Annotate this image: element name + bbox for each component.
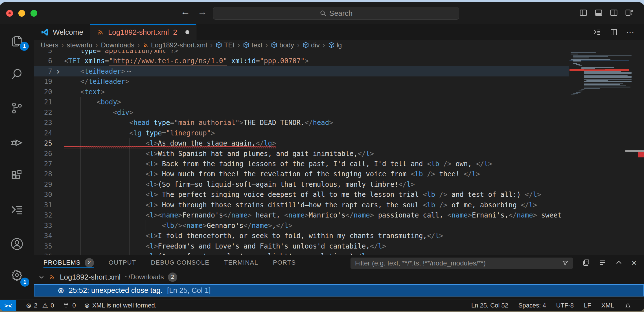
line-number[interactable]: 33 bbox=[34, 222, 52, 230]
code-line-24[interactable]: 24<lg type="linegroup"> bbox=[34, 128, 569, 138]
line-number[interactable]: 25 bbox=[34, 139, 52, 147]
code-line-23[interactable]: 23<head type="main-authorial">THE DEAD T… bbox=[34, 117, 569, 128]
line-number[interactable]: 20 bbox=[34, 88, 52, 96]
split-editor-icon[interactable] bbox=[610, 28, 618, 36]
code-line-21[interactable]: 21<body> bbox=[34, 97, 569, 107]
code-editor[interactable]: 5type="application/xml"?>6<TEI xmlns="ht… bbox=[34, 50, 644, 255]
accounts-icon[interactable] bbox=[0, 231, 34, 257]
code-line-5[interactable]: 5type="application/xml"?> bbox=[34, 50, 569, 56]
breadcrumb-symbol[interactable]: div bbox=[303, 41, 320, 49]
breadcrumb-symbol[interactable]: lg bbox=[328, 41, 342, 49]
code-text[interactable]: </teiHeader> bbox=[64, 76, 129, 87]
code-text[interactable]: <l><name>Fernando's</name> heart, <name>… bbox=[64, 210, 562, 220]
code-area[interactable]: 5type="application/xml"?>6<TEI xmlns="ht… bbox=[34, 50, 569, 255]
forward-arrow-icon[interactable]: → bbox=[198, 6, 207, 17]
problems-file-row[interactable]: Log1892-short.xml ~/Downloads 2 bbox=[34, 271, 644, 284]
maximize-panel-icon[interactable] bbox=[615, 259, 623, 267]
remote-indicator[interactable]: >< bbox=[0, 300, 16, 311]
toggle-secondary-sidebar-icon[interactable] bbox=[610, 8, 618, 17]
code-line-19[interactable]: 19</teiHeader> bbox=[34, 76, 569, 87]
encoding-setting[interactable]: UTF-8 bbox=[556, 302, 574, 309]
overview-ruler[interactable] bbox=[635, 50, 644, 255]
code-line-29[interactable]: 29<l>(So firm—so liquid-soft—again that … bbox=[34, 179, 569, 190]
line-number[interactable]: 32 bbox=[34, 211, 52, 219]
filter-funnel-icon[interactable] bbox=[562, 260, 569, 267]
indent-action-icon[interactable] bbox=[593, 28, 602, 37]
tab-debug-console[interactable]: DEBUG CONSOLE bbox=[151, 255, 210, 270]
breadcrumb-item[interactable]: Downloads bbox=[101, 41, 134, 49]
breadcrumb-symbol[interactable]: TEI bbox=[216, 41, 235, 49]
view-as-table-icon[interactable] bbox=[599, 259, 606, 267]
zoom-button[interactable] bbox=[30, 10, 37, 17]
line-number[interactable]: 35 bbox=[34, 242, 52, 250]
line-number[interactable]: 19 bbox=[34, 78, 52, 85]
code-line-22[interactable]: 22<div> bbox=[34, 107, 569, 118]
modified-dot-icon[interactable] bbox=[185, 30, 189, 34]
code-text[interactable]: type="application/xml"?> bbox=[64, 50, 178, 56]
tab-file[interactable]: Log1892-short.xml 2 bbox=[90, 24, 196, 40]
explorer-icon[interactable]: 1 bbox=[0, 28, 34, 53]
line-number[interactable]: 27 bbox=[34, 160, 52, 168]
code-line-30[interactable]: 30<l> The perfect singing voice—deepest … bbox=[34, 189, 569, 200]
code-text[interactable]: <TEI xmlns="http://www.tei-c.org/ns/1.0"… bbox=[64, 56, 309, 66]
code-text[interactable]: <body> bbox=[64, 97, 121, 107]
toggle-panel-icon[interactable] bbox=[594, 8, 603, 17]
close-panel-icon[interactable]: × bbox=[631, 259, 637, 267]
tab-ports[interactable]: PORTS bbox=[273, 255, 296, 270]
back-arrow-icon[interactable]: ← bbox=[181, 6, 190, 17]
line-number[interactable]: 30 bbox=[34, 191, 52, 199]
breadcrumb-item[interactable]: stewarfu bbox=[67, 41, 93, 49]
code-text[interactable]: <teiHeader>⋯ bbox=[64, 66, 131, 76]
breadcrumb-item-file[interactable]: Log1892-short.xml bbox=[143, 41, 207, 49]
minimap[interactable] bbox=[569, 50, 635, 255]
code-line-27[interactable]: 27<l> Back from the fading lessons of th… bbox=[34, 159, 569, 169]
minimize-button[interactable] bbox=[18, 10, 25, 17]
code-line-34[interactable]: 34<l>I fold thenceforth, or seek to fold… bbox=[34, 230, 569, 241]
tab-problems[interactable]: PROBLEMS 2 bbox=[43, 255, 94, 270]
extensions-icon[interactable] bbox=[0, 163, 34, 188]
code-text[interactable]: <l> The perfect singing voice—deepest of… bbox=[64, 189, 541, 200]
problem-row-selected[interactable]: ⊗ 25:52: unexpected close tag. [Ln 25, C… bbox=[34, 284, 644, 296]
ports-status[interactable]: 0 bbox=[62, 302, 76, 309]
code-text[interactable]: <lb/><name>Gennaro's</name>,</l> bbox=[64, 220, 292, 231]
code-text[interactable]: <l>I fold thenceforth, or seek to fold, … bbox=[64, 230, 443, 241]
bell-icon[interactable] bbox=[624, 302, 632, 309]
source-control-icon[interactable] bbox=[0, 95, 34, 121]
settings-gear-icon[interactable]: 1 bbox=[0, 262, 34, 288]
code-line-6[interactable]: 6<TEI xmlns="http://www.tei-c.org/ns/1.0… bbox=[34, 56, 569, 66]
code-line-25[interactable]: 25<l>As down the stage again,</lg> bbox=[34, 138, 569, 148]
line-number[interactable]: 22 bbox=[34, 109, 52, 117]
eol-setting[interactable]: LF bbox=[584, 302, 591, 309]
more-actions-icon[interactable]: ⋯ bbox=[626, 27, 635, 37]
indentation-setting[interactable]: Spaces: 4 bbox=[518, 302, 546, 309]
breadcrumb-symbol[interactable]: text bbox=[243, 41, 262, 49]
code-line-20[interactable]: 20<text> bbox=[34, 87, 569, 97]
customize-layout-icon[interactable] bbox=[625, 8, 633, 17]
code-text[interactable]: <head type="main-authorial">THE DEAD TEN… bbox=[64, 117, 333, 128]
code-line-26[interactable]: 26<l>With Spanish hat and plumes, and ga… bbox=[34, 148, 569, 159]
run-debug-icon[interactable] bbox=[0, 129, 34, 155]
code-text[interactable]: <lg type="linegroup"> bbox=[64, 128, 215, 138]
code-line-35[interactable]: 35<l>Freedom's and Love's and Faith's un… bbox=[34, 241, 569, 251]
code-text[interactable]: <l> How through those strains distill'd—… bbox=[64, 200, 537, 210]
line-number[interactable]: 6 bbox=[34, 57, 52, 65]
toggle-primary-sidebar-icon[interactable] bbox=[579, 8, 588, 17]
line-number[interactable]: 24 bbox=[34, 129, 52, 137]
breadcrumb-item[interactable]: Users bbox=[41, 41, 58, 49]
line-number[interactable]: 28 bbox=[34, 170, 52, 178]
code-line-36[interactable]: 36<l>(As perfume's, color's, sunlight's … bbox=[34, 251, 569, 255]
cursor-position[interactable]: Ln 25, Col 52 bbox=[471, 302, 508, 309]
code-line-31[interactable]: 31<l> How through those strains distill'… bbox=[34, 200, 569, 210]
line-number[interactable]: 5 bbox=[34, 50, 52, 55]
code-text[interactable]: <l> Back from the fading lessons of the … bbox=[64, 159, 492, 169]
code-line-32[interactable]: 32<l><name>Fernando's</name> heart, <nam… bbox=[34, 210, 569, 220]
code-text[interactable]: <l> How much from thee! the revelation o… bbox=[64, 169, 480, 179]
code-text[interactable]: <l>(So firm—so liquid-soft—again that tr… bbox=[64, 179, 415, 190]
line-number[interactable]: 23 bbox=[34, 119, 52, 127]
code-text[interactable]: <text> bbox=[64, 87, 105, 97]
line-number[interactable]: 7 bbox=[34, 67, 52, 75]
line-number[interactable]: 34 bbox=[34, 232, 52, 240]
close-button[interactable] bbox=[6, 10, 13, 17]
collapse-all-icon[interactable] bbox=[582, 259, 590, 267]
code-text[interactable]: <l>Freedom's and Love's and Faith's unlo… bbox=[64, 241, 386, 251]
